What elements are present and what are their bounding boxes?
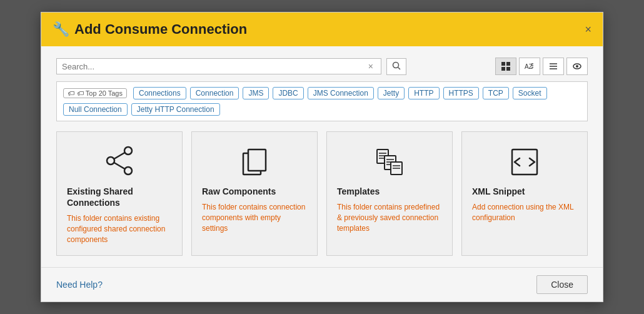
close-button[interactable]: Close [536,275,588,294]
tag-socket[interactable]: Socket [513,87,547,99]
dialog-footer: Need Help? Close [41,267,603,301]
sort-az-button[interactable]: AZ [519,58,540,75]
tag-jetty[interactable]: Jetty [378,87,405,99]
search-box: × [56,58,381,74]
eye-button[interactable] [566,58,588,75]
dialog-title: 🔧 Add Consume Connection [53,21,247,38]
tag-http[interactable]: HTTP [408,87,439,99]
tag-jetty-http-connection[interactable]: Jetty HTTP Connection [131,103,220,116]
card-templates-title: Templates [337,186,442,197]
tags-label: 🏷 🏷 Top 20 Tags [63,88,127,98]
search-input[interactable] [62,62,366,71]
card-existing-shared-desc: This folder contains existing configured… [67,213,172,245]
tag-connection[interactable]: Connection [190,87,239,99]
svg-rect-21 [248,149,266,171]
card-raw-components-desc: This folder contains connection componen… [202,202,307,233]
dialog-title-text: Add Consume Connection [74,21,247,38]
dialog-header: 🔧 Add Consume Connection × [41,13,603,46]
list-view-button[interactable] [543,58,564,75]
svg-point-17 [107,157,114,165]
tag-null-connection[interactable]: Null Connection [63,103,128,116]
tag-connections[interactable]: Connections [133,87,186,99]
card-templates[interactable]: Templates This folder contains predefine… [326,131,453,256]
templates-icon [337,143,442,181]
wrench-icon: 🔧 [53,21,69,38]
tag-tcp[interactable]: TCP [483,87,509,99]
search-button[interactable] [386,58,406,75]
svg-point-16 [124,167,132,175]
search-clear-button[interactable]: × [366,61,376,71]
card-existing-shared-title: Existing Shared Connections [67,186,172,208]
existing-shared-icon [67,143,172,181]
svg-rect-5 [506,67,510,71]
tag-jms[interactable]: JMS [243,87,269,99]
cards-row: Existing Shared Connections This folder … [56,131,588,256]
svg-point-15 [124,147,132,154]
tag-https[interactable]: HTTPS [443,87,479,99]
card-xml-snippet[interactable]: XML Snippet Add connection using the XML… [461,131,588,256]
raw-components-icon [202,143,307,181]
dialog-close-button[interactable]: × [585,24,591,35]
xml-snippet-icon [472,143,577,181]
card-raw-components[interactable]: Raw Components This folder contains conn… [191,131,318,256]
card-raw-components-title: Raw Components [202,186,307,197]
card-xml-snippet-title: XML Snippet [472,186,577,197]
tag-jdbc[interactable]: JDBC [273,87,303,99]
svg-point-0 [393,62,399,68]
svg-line-18 [114,153,125,159]
card-templates-desc: This folder contains predefined & previo… [337,202,442,233]
svg-rect-2 [501,62,505,66]
toolbar-icons: AZ [495,58,588,75]
tags-container: 🏷 🏷 Top 20 Tags Connections Connection J… [56,81,588,121]
svg-line-19 [114,163,125,169]
svg-point-14 [576,65,578,68]
need-help-link[interactable]: Need Help? [56,280,103,290]
svg-rect-3 [506,62,510,66]
card-xml-snippet-desc: Add connection using the XML configurati… [472,202,577,223]
svg-line-1 [398,67,401,69]
grid-view-button[interactable] [495,58,516,75]
svg-text:AZ: AZ [525,63,533,70]
svg-rect-4 [501,67,505,71]
tag-jms-connection[interactable]: JMS Connection [308,87,374,99]
search-row: × AZ [56,58,588,75]
dialog-body: × AZ [41,46,603,267]
card-existing-shared[interactable]: Existing Shared Connections This folder … [56,131,183,256]
add-consume-connection-dialog: 🔧 Add Consume Connection × × [41,12,603,302]
